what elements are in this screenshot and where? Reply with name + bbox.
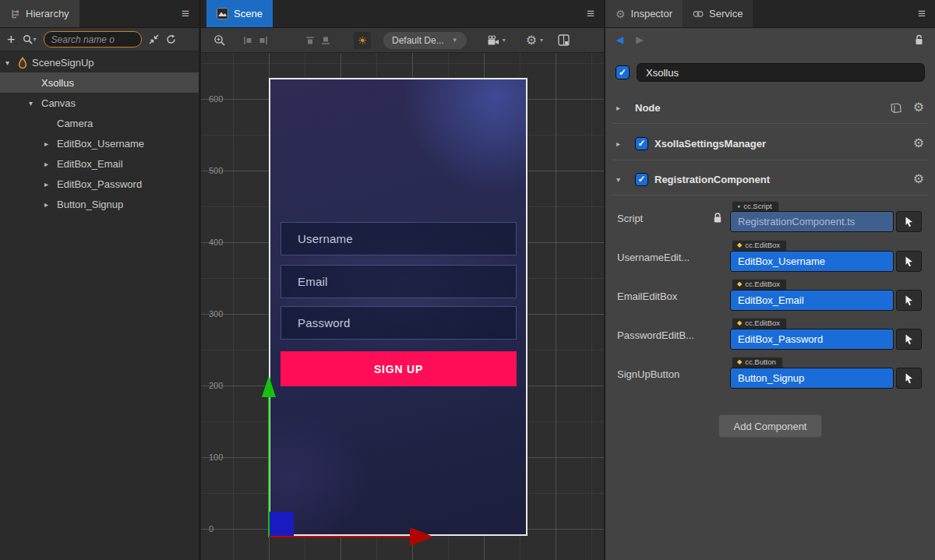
hierarchy-menu-icon[interactable]: ≡ bbox=[182, 6, 189, 22]
username-editbox[interactable]: Username bbox=[280, 222, 517, 255]
tab-inspector-label: Inspector bbox=[631, 8, 672, 19]
scene-panel: Scene ≡ ☀ Default De... ▼ ▾ bbox=[201, 0, 604, 560]
divider bbox=[612, 123, 929, 124]
tab-scene[interactable]: Scene bbox=[206, 0, 273, 27]
script-dot-icon: ● bbox=[737, 203, 740, 210]
node-name-field[interactable]: Xsollus bbox=[637, 63, 925, 82]
tab-hierarchy[interactable]: Hierarchy bbox=[0, 0, 79, 27]
node-active-checkbox[interactable]: ✓ bbox=[616, 65, 630, 79]
signup-button[interactable]: SIGN UP bbox=[280, 351, 517, 386]
component-enabled-checkbox[interactable]: ✓ bbox=[635, 173, 648, 186]
inspector-menu-icon[interactable]: ≡ bbox=[918, 6, 926, 22]
origin-handle[interactable] bbox=[270, 512, 294, 536]
tree-node-editbox-email[interactable]: ▸ EditBox_Email bbox=[0, 153, 199, 174]
add-component-button[interactable]: Add Component bbox=[718, 414, 823, 438]
registration-component-header[interactable]: ▾ ✓ RegistrationComponent ⚙ bbox=[605, 168, 935, 190]
component-gear-icon[interactable]: ⚙ bbox=[913, 173, 924, 185]
locate-node-button[interactable] bbox=[896, 368, 922, 389]
component-type-tag: ◆ cc.EditBox bbox=[732, 318, 787, 328]
disclosure-right-icon[interactable]: ▸ bbox=[44, 160, 57, 168]
camera-view-dropdown[interactable]: Default De... ▼ bbox=[383, 32, 467, 49]
unlock-icon[interactable] bbox=[914, 34, 924, 46]
tree-node-editbox-username[interactable]: ▸ EditBox_Username bbox=[0, 133, 199, 153]
tree-node-label: Canvas bbox=[41, 97, 76, 109]
scene-settings-button[interactable]: ⚙ ▾ bbox=[526, 34, 543, 47]
tree-node-button-signup[interactable]: ▸ Button_Signup bbox=[0, 194, 199, 214]
property-row-script: Script ● cc.Script RegistrationComponent… bbox=[605, 197, 935, 234]
component-gear-icon[interactable]: ⚙ bbox=[913, 137, 924, 150]
align-bottom-icon[interactable] bbox=[318, 33, 333, 48]
align-right-icon[interactable] bbox=[256, 33, 271, 48]
disclosure-right-icon[interactable]: ▸ bbox=[616, 104, 629, 112]
component-type-tag: ◆ cc.EditBox bbox=[732, 279, 787, 289]
username-editbox-reference-field[interactable]: EditBox_Username bbox=[730, 251, 894, 272]
disclosure-down-icon[interactable]: ▾ bbox=[5, 58, 18, 67]
disclosure-right-icon[interactable]: ▸ bbox=[44, 200, 57, 209]
tree-node-canvas[interactable]: ▾ Canvas bbox=[0, 93, 199, 113]
disclosure-down-icon[interactable]: ▾ bbox=[29, 99, 41, 107]
locate-node-button[interactable] bbox=[896, 290, 922, 311]
service-link-icon bbox=[693, 10, 704, 18]
ruler-label: 600 bbox=[209, 94, 223, 104]
property-label: PasswordEditB... bbox=[617, 329, 694, 341]
docs-book-icon[interactable] bbox=[890, 103, 902, 113]
scene-viewport[interactable]: 600 500 400 300 200 100 0 Username Email… bbox=[201, 53, 604, 560]
search-input[interactable] bbox=[44, 31, 142, 48]
disclosure-right-icon[interactable]: ▸ bbox=[44, 180, 57, 188]
tab-service[interactable]: Service bbox=[683, 0, 753, 27]
editbox-diamond-icon: ◆ bbox=[737, 281, 742, 288]
disclosure-right-icon[interactable]: ▸ bbox=[616, 139, 629, 148]
password-editbox[interactable]: Password bbox=[280, 306, 517, 340]
tree-node-xsollus[interactable]: Xsollus bbox=[0, 72, 199, 93]
tab-inspector[interactable]: ⚙ Inspector bbox=[605, 0, 683, 27]
camera-gizmo-button[interactable]: ▾ bbox=[487, 35, 506, 46]
password-editbox-reference-field[interactable]: EditBox_Password bbox=[730, 329, 894, 350]
disclosure-down-icon[interactable]: ▾ bbox=[616, 175, 629, 184]
node-name-row: ✓ Xsollus bbox=[605, 61, 935, 84]
align-left-icon[interactable] bbox=[240, 33, 256, 48]
tree-node-editbox-password[interactable]: ▸ EditBox_Password bbox=[0, 174, 199, 194]
signup-button-reference-field[interactable]: Button_Signup bbox=[730, 368, 894, 389]
scene-light-toggle[interactable]: ☀ bbox=[354, 32, 371, 49]
email-editbox-reference-field[interactable]: EditBox_Email bbox=[730, 290, 894, 311]
tree-node-label: EditBox_Password bbox=[57, 178, 142, 190]
locate-node-button[interactable] bbox=[896, 329, 922, 350]
inspector-tabbar: ⚙ Inspector Service ≡ bbox=[605, 0, 935, 28]
node-gear-icon[interactable]: ⚙ bbox=[913, 101, 924, 114]
camera-view-dropdown-value: Default De... bbox=[392, 35, 444, 46]
tree-node-label: SceneSignUp bbox=[32, 57, 94, 69]
scene-menu-icon[interactable]: ≡ bbox=[587, 6, 595, 22]
x-axis-arrow-icon[interactable] bbox=[410, 527, 433, 546]
disclosure-right-icon[interactable]: ▸ bbox=[44, 139, 57, 148]
locate-node-button[interactable] bbox=[896, 251, 922, 272]
hierarchy-tabbar: Hierarchy ≡ bbox=[0, 0, 199, 28]
collapse-all-icon[interactable] bbox=[149, 34, 159, 44]
component-enabled-checkbox[interactable]: ✓ bbox=[635, 137, 648, 150]
search-filter-caret-icon: ▾ bbox=[34, 36, 37, 43]
settings-manager-header[interactable]: ▸ ✓ XsollaSettingsManager ⚙ bbox=[605, 132, 935, 154]
align-top-icon[interactable] bbox=[302, 33, 318, 48]
history-back-button[interactable]: ◀ bbox=[616, 34, 623, 45]
tree-node-scenesignup[interactable]: ▾ SceneSignUp bbox=[0, 52, 199, 72]
gear-icon: ⚙ bbox=[526, 34, 537, 47]
history-forward-button[interactable]: ▶ bbox=[636, 34, 643, 45]
node-section-header[interactable]: ▸ Node ⚙ bbox=[605, 97, 935, 118]
x-axis-gizmo[interactable] bbox=[269, 536, 411, 537]
scene-asset-icon bbox=[18, 57, 27, 69]
property-row-email-editbox: EmailEditBox ◆ cc.EditBox EditBox_Email bbox=[605, 275, 935, 312]
ruler-label: 0 bbox=[209, 524, 213, 534]
script-reference-field[interactable]: RegistrationComponent.ts bbox=[730, 211, 894, 232]
search-filter-button[interactable]: ▾ bbox=[23, 34, 37, 44]
refresh-icon[interactable] bbox=[166, 34, 176, 44]
y-axis-arrow-icon[interactable] bbox=[262, 375, 276, 397]
scene-tabbar: Scene ≡ bbox=[201, 0, 604, 28]
tree-node-camera[interactable]: Camera bbox=[0, 113, 199, 133]
email-editbox[interactable]: Email bbox=[280, 265, 517, 298]
locate-asset-button[interactable] bbox=[896, 211, 922, 232]
layout-split-icon[interactable] bbox=[556, 33, 571, 48]
create-node-button[interactable]: + bbox=[7, 33, 16, 47]
hierarchy-panel: Hierarchy ≡ + ▾ ▾ SceneSignUp Xsollus bbox=[0, 0, 201, 560]
zoom-region-icon[interactable] bbox=[212, 33, 228, 48]
scene-canvas[interactable]: Username Email Password SIGN UP bbox=[269, 78, 527, 536]
hierarchy-tree: ▾ SceneSignUp Xsollus ▾ Canvas Camera ▸ … bbox=[0, 52, 199, 560]
